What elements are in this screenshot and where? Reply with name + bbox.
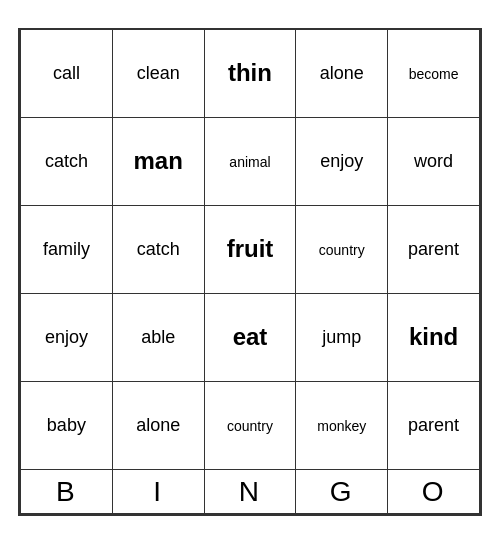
cell-word: fruit	[227, 235, 274, 262]
bingo-cell: kind	[388, 294, 480, 382]
cell-word: kind	[409, 323, 458, 350]
bingo-cell: country	[296, 206, 388, 294]
cell-word: enjoy	[45, 327, 88, 347]
bingo-cell: country	[204, 382, 296, 470]
header-cell: B	[21, 470, 113, 514]
cell-word: alone	[136, 415, 180, 435]
cell-word: parent	[408, 239, 459, 259]
table-row: enjoyableeatjumpkind	[21, 294, 480, 382]
bingo-cell: eat	[204, 294, 296, 382]
bingo-cell: jump	[296, 294, 388, 382]
cell-word: enjoy	[320, 151, 363, 171]
bingo-card: callcleanthinalonebecomecatchmananimalen…	[18, 28, 482, 517]
cell-word: catch	[137, 239, 180, 259]
table-row: catchmananimalenjoyword	[21, 118, 480, 206]
bingo-cell: catch	[21, 118, 113, 206]
bingo-table: callcleanthinalonebecomecatchmananimalen…	[20, 30, 480, 515]
cell-word: eat	[233, 323, 268, 350]
cell-word: become	[409, 66, 459, 82]
cell-word: baby	[47, 415, 86, 435]
bingo-cell: enjoy	[296, 118, 388, 206]
cell-word: able	[141, 327, 175, 347]
bingo-cell: call	[21, 30, 113, 118]
cell-word: jump	[322, 327, 361, 347]
bingo-cell: become	[388, 30, 480, 118]
header-cell: G	[296, 470, 388, 514]
cell-word: monkey	[317, 418, 366, 434]
header-cell: N	[204, 470, 296, 514]
bingo-cell: fruit	[204, 206, 296, 294]
bingo-cell: thin	[204, 30, 296, 118]
cell-word: clean	[137, 63, 180, 83]
bingo-cell: family	[21, 206, 113, 294]
table-row: babyalonecountrymonkeyparent	[21, 382, 480, 470]
header-row: BINGO	[21, 470, 480, 514]
bingo-cell: monkey	[296, 382, 388, 470]
header-cell: O	[388, 470, 480, 514]
cell-word: parent	[408, 415, 459, 435]
cell-word: animal	[229, 154, 270, 170]
cell-word: family	[43, 239, 90, 259]
header-cell: I	[112, 470, 204, 514]
cell-word: country	[319, 242, 365, 258]
table-row: familycatchfruitcountryparent	[21, 206, 480, 294]
cell-word: man	[134, 147, 183, 174]
bingo-cell: parent	[388, 206, 480, 294]
bingo-cell: able	[112, 294, 204, 382]
bingo-cell: baby	[21, 382, 113, 470]
cell-word: call	[53, 63, 80, 83]
bingo-cell: alone	[112, 382, 204, 470]
bingo-cell: catch	[112, 206, 204, 294]
bingo-cell: word	[388, 118, 480, 206]
bingo-cell: clean	[112, 30, 204, 118]
cell-word: alone	[320, 63, 364, 83]
bingo-cell: parent	[388, 382, 480, 470]
cell-word: country	[227, 418, 273, 434]
cell-word: thin	[228, 59, 272, 86]
table-row: callcleanthinalonebecome	[21, 30, 480, 118]
bingo-cell: man	[112, 118, 204, 206]
bingo-cell: alone	[296, 30, 388, 118]
bingo-cell: enjoy	[21, 294, 113, 382]
cell-word: word	[414, 151, 453, 171]
bingo-cell: animal	[204, 118, 296, 206]
cell-word: catch	[45, 151, 88, 171]
